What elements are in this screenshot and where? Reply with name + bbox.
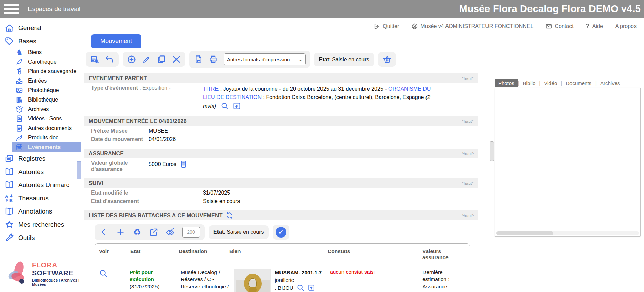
home-icon: [5, 23, 14, 32]
document-icon: [16, 125, 23, 132]
sidebar-item-autorites-unimarc[interactable]: Autorités Unimarc: [0, 178, 81, 192]
result-list-icon[interactable]: [90, 55, 99, 64]
eye-view-icon[interactable]: [166, 228, 175, 237]
list-state-badge: Etat: Saisie en cours: [209, 225, 269, 239]
sidebar-item-evenements[interactable]: Evènements: [12, 142, 81, 152]
top-anchor-link[interactable]: ^haut^: [462, 119, 474, 123]
sidebar-item-autres-documents[interactable]: Autres documents: [0, 123, 81, 133]
sidebar-item-thesaurus[interactable]: AB Thesaurus: [0, 192, 81, 205]
top-anchor-link[interactable]: ^haut^: [462, 76, 474, 81]
basket-icon[interactable]: [382, 55, 392, 64]
inbox-download-icon: [16, 77, 23, 85]
sidebar-item-produits-doc[interactable]: Produits doc.: [0, 133, 81, 142]
sidebar-item-general[interactable]: Général: [0, 21, 81, 35]
open-record-icon[interactable]: [308, 284, 315, 291]
section-mouvement-entree: MOUVEMENT ENTRÉE LE 04/01/2026 ^haut^: [84, 116, 478, 126]
sidebar-item-entrees[interactable]: Entrées: [0, 76, 81, 86]
check-circle-icon[interactable]: ✓: [276, 227, 286, 238]
print-document-icon[interactable]: [194, 55, 203, 64]
chevron-left-icon[interactable]: [99, 228, 108, 237]
top-anchor-link[interactable]: ^haut^: [462, 214, 474, 218]
biens-table-header: Voir Etat Destination Bien Constats Vale…: [95, 244, 470, 265]
external-link-icon[interactable]: [149, 228, 158, 237]
apropos-link[interactable]: A propos: [615, 23, 637, 29]
photos-panel: [495, 88, 641, 237]
evenement-parent-value: TITRE : Joyaux de la couronne - du 20 oc…: [203, 85, 440, 110]
sidebar-item-phototheque[interactable]: Photothèque: [0, 86, 81, 95]
contact-link[interactable]: Contact: [545, 23, 573, 30]
star-icon: [5, 220, 14, 229]
view-record-icon[interactable]: [99, 269, 108, 278]
tab-video[interactable]: Vidéo: [540, 79, 561, 87]
sidebar-scrollbar-thumb[interactable]: [77, 161, 81, 179]
bien-thumbnail[interactable]: [234, 269, 271, 292]
valeurs-cell: Dernière estimation : Assurance :: [422, 269, 470, 292]
alphabetical-sort-icon: AB: [5, 194, 14, 203]
sidebar-item-bases[interactable]: Bases: [0, 35, 81, 48]
tab-archives[interactable]: Archives: [597, 79, 624, 87]
workspace-label[interactable]: Espaces de travail: [28, 5, 80, 13]
search-icon[interactable]: [221, 102, 229, 110]
date-mouvement-value: 04/01/2026: [149, 136, 176, 142]
section-assurance: ASSURANCE ^haut^: [84, 149, 478, 158]
top-anchor-link[interactable]: ^haut^: [462, 152, 474, 156]
sidebar-item-plan-sauvegarde[interactable]: Plan de sauvegarde: [0, 67, 81, 76]
record-state-badge: Etat: Saisie en cours: [314, 53, 374, 66]
section-evenement-parent: EVENEMENT PARENT ^haut^: [84, 73, 478, 83]
tab-photos[interactable]: Photos: [495, 79, 518, 87]
chevron-down-icon: ⌄: [299, 57, 302, 62]
utility-bar: Quitter Musée v4 ADMINISTRATEUR FONCTION…: [81, 18, 644, 30]
sidebar-item-registres[interactable]: Registres: [0, 152, 81, 165]
field-type-evenement: Type d'évènement : Exposition -: [91, 85, 203, 91]
sidebar-item-annotations[interactable]: Annotations: [0, 205, 81, 218]
tab-documents[interactable]: Documents: [562, 79, 595, 87]
open-record-icon[interactable]: [233, 102, 241, 110]
bien-id[interactable]: MUSBAM. 2001.1.7: [275, 270, 322, 275]
etat-cell: Prêt pour exécution (31/07/2025) Prévu l…: [130, 269, 181, 292]
refresh-icon[interactable]: [226, 212, 233, 219]
horizontal-scrollbar[interactable]: [496, 231, 639, 235]
fire-extinguisher-icon: [16, 68, 23, 75]
tab-biblio[interactable]: Biblio: [519, 79, 539, 87]
open-book-icon: [5, 167, 14, 176]
top-anchor-link[interactable]: ^haut^: [462, 181, 474, 185]
result-count-input[interactable]: [182, 227, 200, 238]
print-format-select[interactable]: Autres formats d'impression... ⌄: [224, 53, 306, 65]
sidebar-item-videos-sons[interactable]: Vidéos - Sons: [0, 114, 81, 123]
panel-collapse-handle[interactable]: [490, 141, 494, 161]
sidebar-item-carotheque[interactable]: Carothèque: [0, 57, 81, 67]
section-liste-biens: LISTE DES BIENS RATTACHES A CE MOUVEMENT…: [84, 210, 478, 220]
etat-avancement-value: Saisie en cours: [203, 198, 240, 204]
valeur-assurance-value: 5000 Euros: [149, 160, 188, 169]
flora-software-logo: FLORA SOFTWARE Bibliothèques | Archives …: [7, 260, 81, 287]
quitter-link[interactable]: Quitter: [374, 23, 399, 30]
add-record-icon[interactable]: [127, 55, 136, 64]
printer-icon[interactable]: [209, 55, 218, 64]
ring-photo: [244, 274, 262, 292]
edit-icon[interactable]: [142, 55, 151, 64]
sidebar-item-bibliotheque[interactable]: Bibliothèque: [0, 95, 81, 105]
hamburger-menu-icon[interactable]: [4, 4, 19, 14]
user-account[interactable]: Musée v4 ADMINISTRATEUR FONCTIONNEL: [411, 23, 533, 30]
copy-icon[interactable]: [157, 55, 166, 64]
recycle-icon[interactable]: ♻: [132, 228, 142, 237]
calendar-icon: [16, 143, 23, 151]
sidebar-item-archives[interactable]: Archives: [0, 105, 81, 114]
search-icon[interactable]: [297, 284, 304, 291]
aide-link[interactable]: ? Aide: [586, 22, 603, 30]
open-book-icon: [5, 207, 14, 216]
sidebar-item-autorites[interactable]: Autorités: [0, 165, 81, 178]
sidebar-item-outils[interactable]: Outils: [0, 231, 81, 244]
biens-table: Voir Etat Destination Bien Constats Vale…: [95, 243, 470, 292]
quill-pages-icon: [16, 134, 23, 141]
open-box-icon: [16, 106, 23, 113]
undo-icon[interactable]: [105, 55, 114, 64]
tab-mouvement[interactable]: Mouvement: [91, 34, 141, 48]
add-bien-icon[interactable]: [116, 228, 125, 237]
destination-cell: Musée Decalog / Réserves / C - Réserve e…: [181, 269, 234, 292]
sidebar-item-mes-recherches[interactable]: Mes recherches: [0, 218, 81, 231]
calculator-icon[interactable]: [179, 160, 188, 169]
sidebar-item-biens[interactable]: ♞ Biens: [0, 48, 81, 57]
top-bar: Espaces de travail Musée Flora Decalog F…: [0, 0, 644, 18]
delete-icon[interactable]: [172, 55, 181, 64]
